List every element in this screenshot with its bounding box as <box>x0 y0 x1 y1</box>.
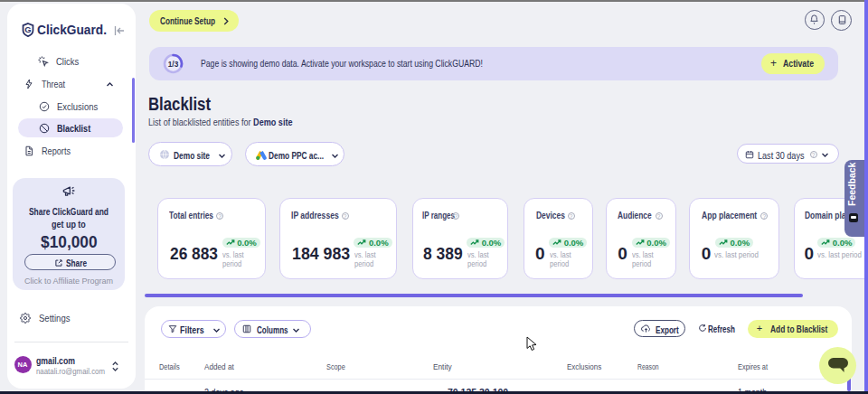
svg-text:G: G <box>24 25 31 34</box>
svg-text:1/3: 1/3 <box>168 61 179 69</box>
